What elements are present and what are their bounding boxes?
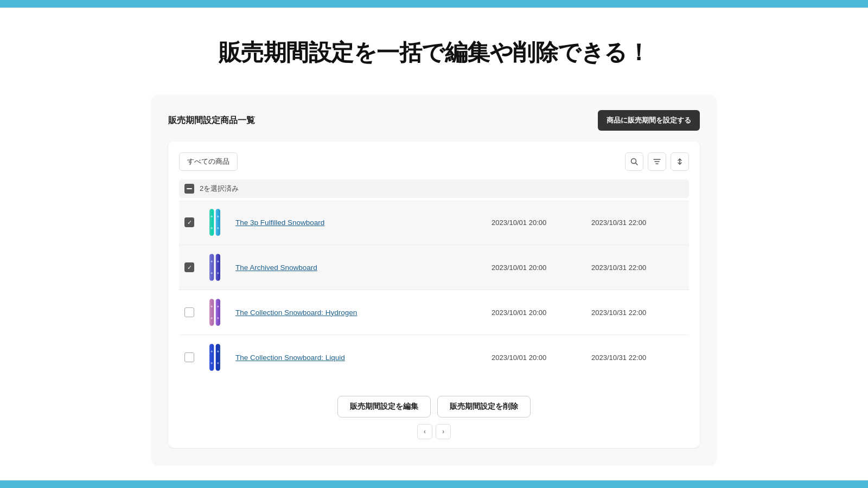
svg-point-27	[211, 362, 213, 364]
svg-point-9	[211, 227, 213, 229]
start-date: 2023/10/01 20:00	[492, 264, 584, 272]
top-bar-right	[225, 0, 868, 8]
sort-icon-button[interactable]	[671, 152, 689, 171]
svg-rect-19	[216, 299, 220, 326]
table-row: The Collection Snowboard: Liquid 2023/10…	[179, 335, 689, 380]
svg-point-14	[211, 261, 213, 262]
svg-point-11	[217, 227, 219, 229]
product-thumbnail	[202, 207, 228, 238]
product-thumbnail	[202, 297, 228, 328]
sort-icon	[676, 158, 684, 165]
svg-rect-18	[209, 299, 214, 326]
pagination: ‹ ›	[179, 424, 689, 439]
filter-icon	[653, 158, 661, 165]
table-row: ✓	[179, 245, 689, 290]
svg-rect-13	[216, 254, 220, 281]
checkmark-icon: ✓	[187, 220, 192, 226]
minus-icon	[187, 188, 192, 189]
svg-rect-7	[216, 209, 220, 236]
bottom-bar-right	[570, 480, 868, 488]
product-image	[202, 342, 228, 373]
product-name[interactable]: The 3p Fulfilled Snowboard	[235, 219, 484, 227]
table-row: ✓	[179, 200, 689, 245]
svg-point-22	[217, 306, 219, 307]
end-date: 2023/10/31 22:00	[591, 309, 684, 317]
search-icon-button[interactable]	[625, 152, 643, 171]
svg-point-10	[217, 216, 219, 217]
svg-point-17	[217, 272, 219, 274]
card-title: 販売期間設定商品一覧	[168, 115, 255, 126]
main-card: 販売期間設定商品一覧 商品に販売期間を設定する すべての商品	[152, 95, 716, 464]
svg-point-8	[211, 216, 213, 217]
svg-point-20	[211, 306, 213, 307]
svg-rect-24	[209, 344, 214, 371]
start-date: 2023/10/01 20:00	[492, 354, 584, 362]
product-checkbox[interactable]	[184, 352, 194, 362]
svg-rect-6	[209, 209, 214, 236]
deselect-all-checkbox[interactable]	[184, 184, 194, 194]
end-date: 2023/10/31 22:00	[591, 264, 684, 272]
checkmark-icon: ✓	[187, 265, 192, 271]
product-name[interactable]: The Collection Snowboard: Hydrogen	[235, 309, 484, 317]
filter-icon-button[interactable]	[648, 152, 666, 171]
product-checkbox[interactable]: ✓	[184, 217, 194, 227]
selection-row: 2を選択済み	[179, 179, 689, 198]
next-page-button[interactable]: ›	[436, 424, 451, 439]
end-date: 2023/10/31 22:00	[591, 354, 684, 362]
action-bar: 販売期間設定を編集 販売期間設定を削除	[179, 390, 689, 418]
all-products-button[interactable]: すべての商品	[179, 152, 238, 171]
page-title: 販売期間設定を一括で編集や削除できる！	[219, 37, 650, 68]
svg-point-28	[217, 351, 219, 352]
card-header: 販売期間設定商品一覧 商品に販売期間を設定する	[168, 110, 700, 131]
start-date: 2023/10/01 20:00	[492, 309, 584, 317]
svg-rect-25	[216, 344, 220, 371]
svg-point-29	[217, 362, 219, 364]
delete-button[interactable]: 販売期間設定を削除	[437, 396, 531, 418]
svg-point-26	[211, 351, 213, 352]
table-row: The Collection Snowboard: Hydrogen 2023/…	[179, 290, 689, 335]
svg-point-16	[217, 261, 219, 262]
svg-point-21	[211, 317, 213, 319]
search-icon	[630, 158, 638, 165]
bottom-bar-left	[0, 480, 570, 488]
product-name[interactable]: The Collection Snowboard: Liquid	[235, 354, 484, 362]
product-checkbox[interactable]: ✓	[184, 262, 194, 272]
svg-rect-12	[209, 254, 214, 281]
product-image	[202, 207, 228, 238]
product-thumbnail	[202, 342, 228, 373]
inner-box: すべての商品	[168, 142, 700, 448]
svg-point-23	[217, 317, 219, 319]
start-date: 2023/10/01 20:00	[492, 219, 584, 227]
product-list: ✓	[179, 200, 689, 380]
product-name[interactable]: The Archived Snowboard	[235, 264, 484, 272]
icon-group	[625, 152, 689, 171]
product-checkbox[interactable]	[184, 307, 194, 317]
filter-row: すべての商品	[179, 152, 689, 171]
svg-line-1	[636, 163, 638, 165]
main-content: 販売期間設定を一括で編集や削除できる！ 販売期間設定商品一覧 商品に販売期間を設…	[0, 8, 868, 480]
svg-point-15	[211, 272, 213, 274]
edit-button[interactable]: 販売期間設定を編集	[337, 396, 431, 418]
product-image	[202, 252, 228, 283]
end-date: 2023/10/31 22:00	[591, 219, 684, 227]
product-image	[202, 297, 228, 328]
top-bar-left	[0, 0, 225, 8]
set-period-button[interactable]: 商品に販売期間を設定する	[598, 110, 700, 131]
prev-page-button[interactable]: ‹	[417, 424, 432, 439]
selection-label: 2を選択済み	[200, 184, 239, 194]
product-thumbnail	[202, 252, 228, 283]
